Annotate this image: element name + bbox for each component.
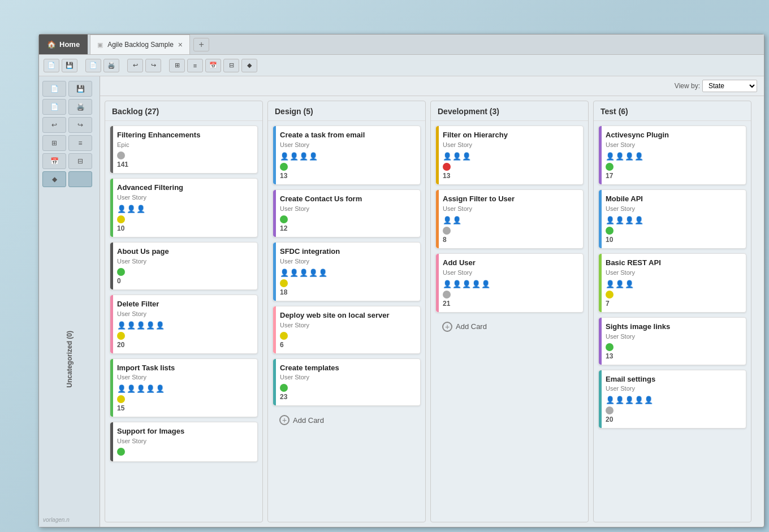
card-type: User Story [280, 205, 414, 212]
card-type: User Story [117, 374, 252, 380]
card-status-row [117, 332, 252, 340]
card-deploy-web-site[interactable]: Deploy web site on local serverUser Stor… [273, 306, 421, 354]
sidebar-btn-color2[interactable] [68, 171, 92, 187]
redo-btn[interactable]: ↪ [145, 59, 161, 72]
status-dot [117, 268, 125, 276]
tab-label: Agile Backlog Sample [107, 41, 174, 49]
card-content: Create Contact Us formUser Story12 [273, 190, 420, 237]
color-btn[interactable]: ◆ [241, 59, 257, 72]
save-btn[interactable]: 💾 [62, 59, 77, 72]
grid-btn[interactable]: ⊞ [169, 59, 185, 72]
column-title-backlog: Backlog (27) [112, 107, 256, 116]
card-status-row [443, 227, 577, 235]
tab-add-button[interactable]: + [193, 38, 209, 51]
card-content: About Us pageUser Story0 [110, 243, 257, 289]
tab-close-button[interactable]: × [178, 40, 183, 49]
view-by-dropdown[interactable]: State Priority Category [702, 80, 757, 92]
status-dot [117, 215, 125, 223]
card-bar [436, 126, 439, 184]
column-design: Design (5)Create a task from emailUser S… [267, 101, 426, 522]
card-title: Delete Filter [117, 300, 252, 309]
new-btn[interactable]: 📄 [44, 59, 59, 72]
card-type: User Story [280, 322, 414, 328]
card-title: Add User [443, 258, 577, 268]
add-card-button[interactable]: +Add Card [435, 317, 584, 336]
card-title: Activesync Plugin [606, 131, 740, 140]
calendar-btn[interactable]: 📅 [205, 59, 221, 72]
status-dot [117, 152, 125, 159]
print-btn[interactable]: 🖨️ [103, 59, 119, 72]
tab-agile-backlog[interactable]: ▣ Agile Backlog Sample × [90, 34, 190, 54]
card-people: 👤👤👤 [443, 152, 577, 161]
card-mobile-api[interactable]: Mobile APIUser Story👤👤👤👤10 [598, 189, 746, 249]
card-assign-filter-to-user[interactable]: Assign Filter to UserUser Story👤👤8 [435, 189, 584, 249]
sidebar-btn-print2[interactable]: 🖨️ [68, 99, 92, 115]
sidebar-btn-redo2[interactable]: ↪ [68, 117, 92, 133]
sidebar-row-5: 📅 ⊟ [42, 153, 96, 169]
card-bar [273, 359, 276, 406]
tab-home[interactable]: 🏠 Home [39, 34, 88, 54]
card-title: Support for Images [117, 427, 252, 436]
status-dot [117, 395, 125, 403]
sidebar-btn-copy2[interactable]: 📄 [42, 99, 66, 115]
card-advanced-filtering[interactable]: Advanced FilteringUser Story👤👤👤10 [110, 178, 258, 237]
card-type: User Story [117, 310, 252, 317]
undo-btn[interactable]: ↩ [127, 59, 143, 72]
card-status-row [117, 215, 252, 223]
card-bar [110, 359, 113, 417]
tab-bar: 🏠 Home ▣ Agile Backlog Sample × + [39, 34, 764, 55]
card-create-templates[interactable]: Create templatesUser Story23 [273, 358, 421, 406]
card-content: Support for ImagesUser Story [110, 422, 257, 461]
card-delete-filter[interactable]: Delete FilterUser Story👤👤👤👤👤20 [110, 295, 258, 354]
status-dot [606, 163, 614, 171]
card-basic-rest-api[interactable]: Basic REST APIUser Story👤👤👤7 [598, 253, 746, 313]
sidebar-btn-active[interactable]: ◆ [42, 171, 66, 187]
sidebar-btn-undo2[interactable]: ↩ [42, 117, 66, 133]
card-type: User Story [443, 269, 577, 276]
status-dot [606, 227, 614, 235]
column-title-development: Development (3) [438, 107, 581, 116]
sidebar-btn-cols[interactable]: ⊟ [68, 153, 92, 169]
status-dot [443, 291, 451, 299]
card-title: Import Task lists [117, 364, 252, 373]
card-support-for-images[interactable]: Support for ImagesUser Story [110, 422, 258, 462]
list-icon: ≡ [193, 62, 197, 69]
card-about-us-page[interactable]: About Us pageUser Story0 [110, 242, 258, 290]
sidebar-tools: 📄 💾 📄 🖨️ ↩ ↪ ⊞ ≡ 📅 ⊟ [39, 76, 100, 192]
board-btn[interactable]: ⊟ [223, 59, 239, 72]
card-type: User Story [117, 258, 252, 265]
card-filtering-enhancements[interactable]: Filtering EnhancementsEpic141 [110, 126, 258, 174]
card-filter-on-hierarchy[interactable]: Filter on HierarchyUser Story👤👤👤13 [435, 126, 584, 185]
card-title: Filter on Hierarchy [443, 131, 577, 140]
card-sfdc-integration[interactable]: SFDC integrationUser Story👤👤👤👤👤18 [273, 242, 421, 301]
add-card-label: Add Card [293, 416, 324, 425]
sidebar-btn-save2[interactable]: 💾 [68, 81, 92, 97]
card-bar [273, 190, 276, 237]
board-area: View by: State Priority Category Backlog… [100, 76, 764, 527]
card-add-user[interactable]: Add UserUser Story👤👤👤👤👤21 [435, 253, 584, 313]
sidebar-btn-table[interactable]: ⊞ [42, 135, 66, 151]
card-create-contact-us-form[interactable]: Create Contact Us formUser Story12 [273, 189, 421, 237]
status-dot [443, 163, 451, 171]
card-activesync-plugin[interactable]: Activesync PluginUser Story👤👤👤👤17 [598, 126, 746, 185]
card-status-row [280, 279, 414, 287]
copy-btn[interactable]: 📄 [85, 59, 101, 72]
card-import-task-lists[interactable]: Import Task listsUser Story👤👤👤👤👤15 [110, 358, 258, 418]
sidebar-btn-list2[interactable]: ≡ [68, 135, 92, 151]
list-btn[interactable]: ≡ [187, 59, 203, 72]
card-number: 13 [443, 172, 577, 180]
grid-icon: ⊞ [175, 62, 180, 69]
add-card-button[interactable]: +Add Card [273, 410, 421, 430]
sidebar-btn-new[interactable]: 📄 [42, 81, 66, 97]
card-email-settings[interactable]: Email settingsUser Story👤👤👤👤👤20 [598, 370, 746, 429]
card-create-task-from-email[interactable]: Create a task from emailUser Story👤👤👤👤13 [273, 126, 421, 185]
tab-home-label: Home [59, 40, 80, 49]
card-title: Create templates [280, 364, 414, 373]
card-title: Assign Filter to User [443, 194, 577, 204]
card-people: 👤👤👤👤👤 [606, 395, 740, 404]
sidebar-row-2: 📄 🖨️ [42, 99, 96, 115]
card-sights-image-links[interactable]: Sights image linksUser Story13 [598, 317, 746, 365]
status-dot [443, 227, 451, 235]
sidebar-btn-cal2[interactable]: 📅 [42, 153, 66, 169]
add-card-label: Add Card [456, 322, 487, 331]
